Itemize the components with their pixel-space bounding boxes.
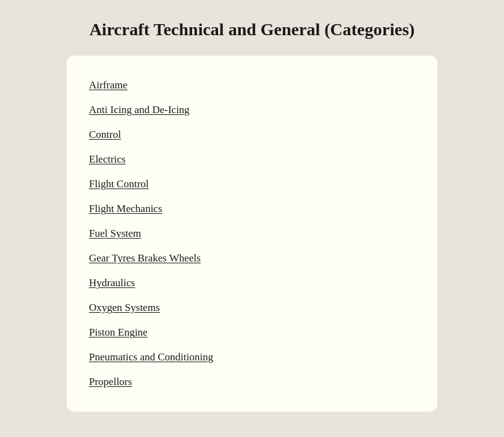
- category-link[interactable]: Pneumatics and Conditioning: [89, 351, 213, 363]
- category-list: AirframeAnti Icing and De-IcingControlEl…: [89, 73, 415, 394]
- category-link[interactable]: Piston Engine: [89, 326, 148, 338]
- category-link[interactable]: Airframe: [89, 79, 127, 91]
- list-item: Pneumatics and Conditioning: [89, 345, 415, 370]
- list-item: Airframe: [89, 73, 415, 98]
- list-item: Gear Tyres Brakes Wheels: [89, 246, 415, 271]
- category-link[interactable]: Anti Icing and De-Icing: [89, 104, 190, 116]
- category-link[interactable]: Fuel System: [89, 227, 141, 239]
- category-link[interactable]: Oxygen Systems: [89, 302, 160, 313]
- list-item: Anti Icing and De-Icing: [89, 98, 415, 122]
- page-title: Aircraft Technical and General (Categori…: [90, 19, 415, 41]
- list-item: Hydraulics: [89, 271, 415, 295]
- list-item: Electrics: [89, 147, 415, 172]
- list-item: Control: [89, 122, 415, 147]
- list-item: Propellors: [89, 370, 415, 394]
- categories-card: AirframeAnti Icing and De-IcingControlEl…: [67, 56, 437, 412]
- category-link[interactable]: Flight Mechanics: [89, 203, 162, 214]
- category-link[interactable]: Electrics: [89, 153, 125, 165]
- list-item: Fuel System: [89, 221, 415, 246]
- list-item: Piston Engine: [89, 320, 415, 345]
- category-link[interactable]: Propellors: [89, 376, 132, 388]
- list-item: Oxygen Systems: [89, 295, 415, 320]
- category-link[interactable]: Hydraulics: [89, 277, 135, 289]
- list-item: Flight Control: [89, 172, 415, 197]
- list-item: Flight Mechanics: [89, 197, 415, 221]
- category-link[interactable]: Gear Tyres Brakes Wheels: [89, 252, 201, 264]
- category-link[interactable]: Control: [89, 129, 121, 140]
- category-link[interactable]: Flight Control: [89, 178, 149, 190]
